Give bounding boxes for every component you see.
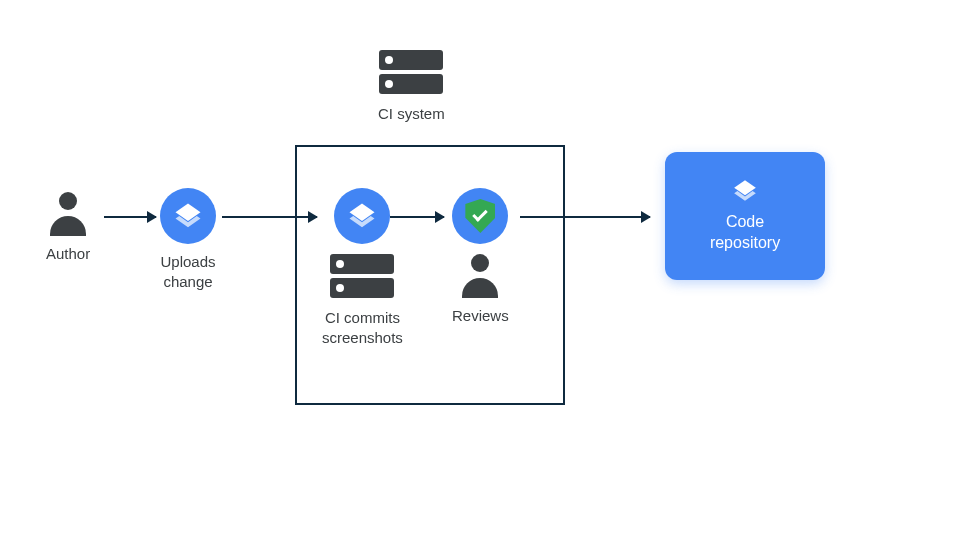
- reviews-node: Reviews: [452, 188, 509, 326]
- ci-commits-label: CI commits screenshots: [322, 308, 403, 347]
- author-node: Author: [46, 192, 90, 264]
- code-repository-box: Code repository: [665, 152, 825, 280]
- layers-icon: [160, 188, 216, 244]
- person-icon: [462, 254, 498, 298]
- uploads-change-label: Uploads change: [160, 252, 215, 291]
- reviews-label: Reviews: [452, 306, 509, 326]
- author-label: Author: [46, 244, 90, 264]
- ci-commits-node: CI commits screenshots: [322, 188, 403, 347]
- arrow-reviews-to-repo: [520, 216, 650, 218]
- code-repository-node: Code repository: [665, 152, 825, 280]
- ci-system-label: CI system: [378, 104, 445, 124]
- server-icon: [330, 254, 394, 302]
- arrow-ci-to-reviews: [390, 216, 444, 218]
- shield-check-icon: [452, 188, 508, 244]
- layers-icon: [334, 188, 390, 244]
- layers-icon: [732, 178, 758, 204]
- code-repository-label: Code repository: [710, 212, 780, 254]
- uploads-change-node: Uploads change: [160, 188, 216, 291]
- server-icon: [379, 50, 443, 98]
- person-icon: [50, 192, 86, 236]
- arrow-author-to-uploads: [104, 216, 156, 218]
- ci-system-node: CI system: [378, 50, 445, 124]
